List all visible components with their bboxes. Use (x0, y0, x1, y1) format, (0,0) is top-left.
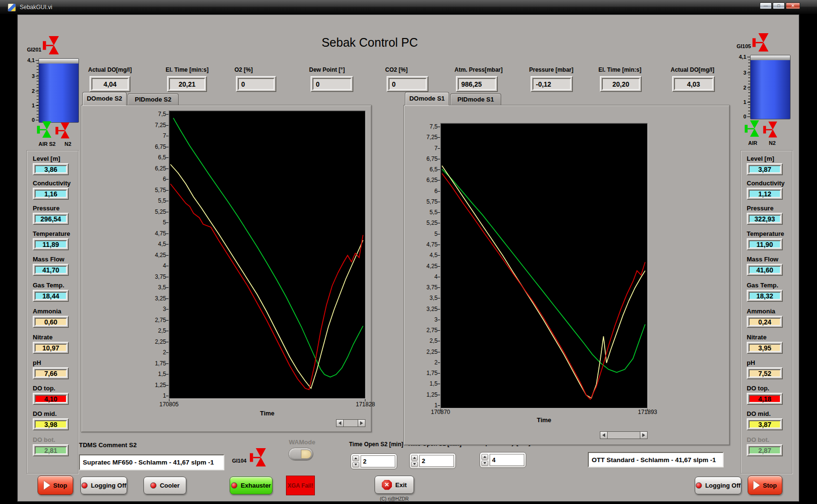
tank-s2-minor-tick (37, 84, 39, 85)
logging-off-button-s1[interactable]: Logging Off (695, 477, 741, 494)
chart-s2-ytick: 6,5 (147, 154, 166, 161)
chart-s2-ytick: 3,5 (147, 284, 166, 291)
chart-s1-series-do-green (442, 169, 645, 372)
window-title: SebakGUI.vi (20, 4, 52, 11)
chart-s1-ytick: 7,5 (418, 123, 438, 130)
time-open-s2-field[interactable]: 2 (361, 455, 395, 467)
sensor-temperature-s2: 11,89 (33, 238, 69, 250)
tank-s1-minor-tick (748, 66, 750, 66)
sensor-pressure-s1-label: Pressure (747, 205, 795, 212)
tank-s1-minor-tick (748, 99, 750, 99)
tank-s2-minor-tick (37, 99, 39, 100)
chart-s2-scroll-left-button[interactable] (336, 419, 344, 427)
sensor-nitrate-s2: 10,97 (33, 342, 69, 354)
tank-s2-liquid (39, 64, 78, 122)
tab-pidmode-s2[interactable]: PIDmode S2 (128, 93, 179, 105)
chart-s2-ytick: 3,75 (147, 273, 166, 280)
close-button[interactable]: ✕ (786, 2, 800, 9)
time-open-s1-control[interactable]: 2 (409, 453, 456, 469)
chart-s2-scroll-track[interactable] (344, 419, 358, 427)
chart-s1-scroll-track[interactable] (608, 431, 640, 439)
chart-s2-ytickmark (166, 179, 169, 180)
exhauster-button[interactable]: Exhauster (230, 477, 272, 494)
valve-gi201-icon (42, 35, 61, 56)
chart-s1-ytick: 2,75 (418, 327, 438, 334)
chart-s2-ytick: 1,5 (147, 371, 166, 377)
readout-pressure-mbar-value: -0,12 (532, 78, 571, 90)
tank-s2-minor-tick (37, 105, 39, 105)
readout-actual-do-s2-label: Actual DO[mg/l] (88, 66, 148, 73)
chart-s2-ytickmark (166, 320, 169, 321)
chart-s1-ytick: 4,25 (418, 263, 438, 270)
chart-s1-scroll-right-button[interactable] (640, 431, 648, 439)
repeat-every-control[interactable]: 4 (480, 452, 526, 468)
chart-s1-ytick: 3 (418, 316, 438, 323)
sensor-temperature-s1-label: Temperature (747, 230, 795, 237)
repeat-every-decrement-button[interactable] (481, 461, 488, 466)
time-open-s2-decrement-button[interactable] (352, 462, 359, 468)
sensor-do-mid-s1-value: 3,87 (749, 420, 781, 428)
chart-s1-plot (441, 123, 648, 408)
tank-s1-scale-label: 3 (736, 70, 746, 76)
chart-s2-x-end-label: 171828 (349, 401, 382, 408)
chart-s2-series-do-yellow (170, 165, 363, 388)
tab-domode-s1[interactable]: DOmode S1 (405, 92, 449, 105)
time-open-s2-control[interactable]: 2 (350, 453, 397, 469)
valve-n2-s2-icon (55, 121, 71, 140)
time-open-s1-decrement-button[interactable] (411, 462, 418, 467)
chart-s2-ytickmark (166, 255, 169, 256)
time-open-s2-increment-button[interactable] (352, 455, 359, 461)
cooler-button[interactable]: Cooler (143, 477, 186, 494)
minimize-button[interactable]: — (760, 2, 772, 9)
sensor-pressure-s2-value: 296,54 (35, 215, 67, 223)
readout-o2: 0 (236, 76, 276, 92)
exit-button[interactable]: ✕ Exit (375, 476, 414, 494)
tank-s2-scale-label: 2 (24, 88, 35, 94)
play-triangle-icon (753, 481, 760, 490)
chart-s1-ytickmark (438, 245, 440, 245)
time-open-s1-increment-button[interactable] (411, 455, 418, 461)
sensor-do-bot-s1: 2,87 (747, 444, 783, 456)
chart-s1-scroll-left-button[interactable] (600, 431, 608, 439)
chart-s2-ytick: 1,25 (147, 382, 166, 388)
repeat-every-increment-button[interactable] (481, 454, 488, 460)
sensor-do-bot-s2-label: DO bot. (33, 436, 81, 443)
sensor-ph-s1-value: 7,52 (749, 369, 781, 377)
tank-s2-scale-label: 0 (24, 117, 35, 123)
readout-atm-press: 986,25 (456, 76, 498, 92)
chart-s2-ytick: 1,75 (147, 360, 166, 367)
chart-s2-ytickmark (166, 309, 169, 310)
tank-s2-minor-tick (37, 69, 39, 70)
stop-button-s1[interactable]: Stop (748, 476, 782, 495)
maximize-button[interactable]: □ (773, 2, 785, 9)
tank-s2-minor-tick (37, 93, 39, 93)
tdms-comment-input[interactable]: OTT Standard - Schlamm - 41,67 slpm -1 (588, 452, 724, 467)
sensor-do-top-s1-value: 4,18 (749, 395, 781, 403)
chart-s2-ytick: 5 (147, 219, 166, 226)
chart-s1-ytickmark (438, 330, 440, 331)
chart-s2-ytick: 2,25 (147, 338, 166, 345)
stop-button-s2[interactable]: Stop (38, 476, 73, 495)
sensor-gas-temp-s1-label: Gas Temp. (747, 282, 795, 289)
chart-s2-ytick: 7,5 (147, 111, 166, 117)
time-open-s1-field[interactable]: 2 (419, 455, 454, 467)
sensor-temperature-s1: 11,90 (747, 238, 783, 250)
readout-el-time-s2: 20,21 (167, 76, 207, 92)
led-icon (150, 482, 156, 489)
sensor-do-bot-s2: 2,81 (33, 444, 69, 456)
chart-s1-ytickmark (438, 395, 440, 395)
chart-s1-x-start-label: 170870 (424, 409, 457, 415)
tab-domode-s2[interactable]: DOmode S2 (82, 92, 127, 105)
tank-s1-major-tick (747, 73, 750, 73)
chart-s2-scroll-right-button[interactable] (358, 419, 365, 427)
tdms-comment-s2-input[interactable]: Supratec MF650 - Schlamm - 41,67 slpm -1 (79, 454, 224, 470)
wamode-toggle[interactable] (288, 448, 313, 461)
logging-off-button-s2[interactable]: Logging Off (80, 477, 127, 494)
tab-pidmode-s1[interactable]: PIDmode S1 (450, 93, 501, 105)
tank-s1-minor-tick (748, 81, 750, 81)
sensor-ph-s2-value: 7,66 (35, 369, 67, 377)
repeat-every-field[interactable]: 4 (490, 454, 524, 466)
right-arrow-icon (360, 421, 363, 425)
chart-s2-ytick: 1 (147, 392, 166, 399)
sensor-mass-flow-s1-label: Mass Flow (747, 256, 795, 263)
